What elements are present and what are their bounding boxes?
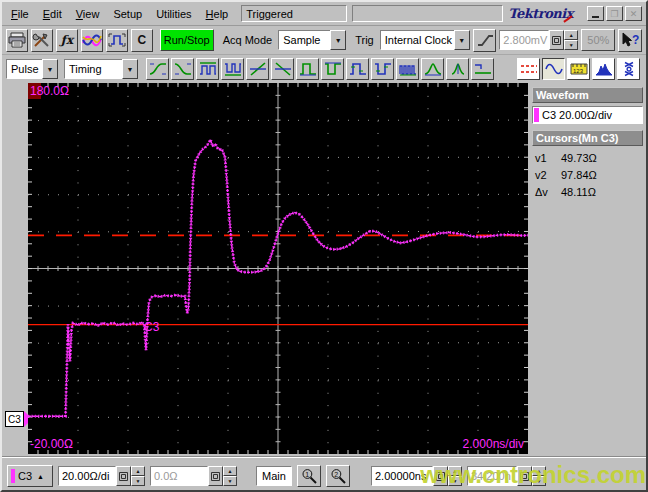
cursor-v2-label: v2: [535, 169, 561, 181]
rising-crossing-button[interactable]: [246, 58, 269, 80]
main-toolbar: ƒx C Run/Stop Acq Mode Sample ▼ Trig Int…: [2, 26, 646, 55]
trigger-status: Triggered: [241, 5, 347, 22]
positive-width-button[interactable]: [196, 58, 219, 80]
keypad-icon[interactable]: [517, 466, 532, 486]
spin-down-icon[interactable]: ▼: [564, 40, 578, 50]
waveform-display-button[interactable]: [542, 58, 565, 80]
tools-button[interactable]: [31, 29, 53, 52]
fall-time-button[interactable]: [171, 58, 194, 80]
magnifier-2-icon: 2: [329, 468, 347, 485]
close-button[interactable]: ✕: [625, 6, 642, 21]
acq-mode-select[interactable]: Sample ▼: [278, 30, 346, 50]
negative-width-button[interactable]: [221, 58, 244, 80]
chevron-down-icon[interactable]: ▼: [122, 59, 138, 79]
spin-up-icon[interactable]: ▲: [131, 466, 145, 476]
positive-pulse-icon: [298, 61, 318, 77]
negative-pulse-button[interactable]: [321, 58, 344, 80]
vertical-offset-stepper[interactable]: ▲▼: [223, 466, 237, 486]
waveform-section-header: Waveform: [532, 87, 643, 103]
mask-test-button[interactable]: [617, 58, 640, 80]
low-level-button[interactable]: [471, 58, 494, 80]
spin-up-icon[interactable]: ▲: [532, 466, 546, 476]
menu-item-view[interactable]: View: [69, 6, 107, 22]
waveform-plot[interactable]: 180.0Ω -20.00Ω 2.000ns/div C3: [28, 83, 528, 454]
measurement-readout-button[interactable]: 123: [567, 58, 590, 80]
status-box-empty: [352, 5, 503, 22]
minimize-button[interactable]: [587, 6, 604, 21]
timebase-spin[interactable]: 2.00000ns ▲▼: [371, 466, 462, 486]
timebase-stepper[interactable]: ▲▼: [448, 466, 462, 486]
vertical-offset-spin[interactable]: 0.0Ω ▲▼: [150, 466, 237, 486]
trace-label: C3: [144, 320, 159, 334]
channel-color-stripe: [11, 469, 15, 483]
channel-select-label: C3: [18, 470, 32, 482]
vertical-scale-spin[interactable]: 20.00Ω/di ▲▼: [58, 466, 145, 486]
cursors-section-header: Cursors(Mn C3): [532, 130, 643, 146]
horizontal-position-stepper[interactable]: ▲▼: [532, 466, 546, 486]
channel-scale-entry[interactable]: C3 20.00Ω/div: [532, 106, 643, 124]
spin-up-icon[interactable]: ▲: [448, 466, 462, 476]
peak-button[interactable]: [421, 58, 444, 80]
burst-button[interactable]: [396, 58, 419, 80]
signal-type-select[interactable]: Pulse ▼: [6, 59, 58, 79]
waveform-database-button[interactable]: [81, 29, 103, 52]
measure-category-select[interactable]: Timing ▼: [64, 59, 138, 79]
trig-slope-button[interactable]: [473, 29, 497, 52]
main-area: C3 180.0Ω -20.00Ω 2.000ns/div C3 Wavefor…: [2, 83, 646, 456]
positive-pulse-button[interactable]: [296, 58, 319, 80]
histogram-button[interactable]: [592, 58, 615, 80]
menu-item-utilities[interactable]: Utilities: [149, 6, 198, 22]
pulse-select-button[interactable]: [106, 29, 128, 52]
fx-icon: ƒx: [61, 33, 73, 47]
falling-crossing-button[interactable]: [271, 58, 294, 80]
negative-pulse-alt-button[interactable]: [371, 58, 394, 80]
spin-up-icon[interactable]: ▲: [564, 30, 578, 40]
context-help-button[interactable]: ?: [618, 29, 642, 52]
chevron-down-icon[interactable]: ▼: [330, 30, 346, 50]
chevron-down-icon[interactable]: ▼: [42, 59, 58, 79]
vertical-scale-stepper[interactable]: ▲▼: [131, 466, 145, 486]
spin-down-icon[interactable]: ▼: [532, 476, 546, 486]
menu-item-setup[interactable]: Setup: [106, 6, 149, 22]
trig-level-spin[interactable]: 2.800mV ▲▼: [499, 30, 578, 50]
close-icon: ✕: [630, 9, 638, 19]
cursors-button[interactable]: [517, 58, 540, 80]
zoom1-button[interactable]: 1: [297, 465, 321, 487]
cursor-row-dv: Δv 48.11Ω: [532, 183, 643, 200]
chevron-down-icon[interactable]: ▼: [454, 30, 470, 50]
zoom2-button[interactable]: 2: [326, 465, 350, 487]
timebase-mode-label: Main: [256, 466, 292, 486]
rise-time-button[interactable]: [146, 58, 169, 80]
positive-pulse-alt-button[interactable]: [346, 58, 369, 80]
cursor-row-v1: v1 49.73Ω: [532, 149, 643, 166]
spin-down-icon[interactable]: ▼: [131, 476, 145, 486]
define-math-button[interactable]: ƒx: [56, 29, 78, 52]
keypad-icon: [552, 36, 561, 45]
restore-button[interactable]: ❐: [606, 6, 623, 21]
keypad-icon[interactable]: [433, 466, 448, 486]
acq-mode-label: Acq Mode: [223, 34, 273, 46]
spin-up-icon[interactable]: ▲: [223, 466, 237, 476]
clear-button[interactable]: C: [131, 29, 153, 52]
measurement-readout-icon: 123: [569, 61, 589, 77]
trig-source-select[interactable]: Internal Clock ▼: [380, 30, 470, 50]
run-stop-button[interactable]: Run/Stop: [160, 29, 214, 51]
oscilloscope-app-window: FileEditViewSetupUtilitiesHelp Triggered…: [0, 0, 648, 492]
menu-item-help[interactable]: Help: [199, 6, 236, 22]
keypad-icon[interactable]: [116, 466, 131, 486]
trig-level-stepper[interactable]: ▲▼: [564, 30, 578, 50]
print-button[interactable]: [6, 29, 28, 52]
peak-alt-button[interactable]: [446, 58, 469, 80]
set-to-50pct-button[interactable]: 50%: [581, 29, 615, 51]
horizontal-position-spin[interactable]: 34.200n ▲▼: [467, 466, 546, 486]
burst-icon: [398, 61, 418, 77]
spin-down-icon[interactable]: ▼: [448, 476, 462, 486]
falling-crossing-icon: [273, 61, 293, 77]
spin-down-icon[interactable]: ▼: [223, 476, 237, 486]
keypad-icon[interactable]: [549, 30, 564, 50]
menu-item-edit[interactable]: Edit: [36, 6, 69, 22]
channel-select-button[interactable]: C3 ▲: [7, 465, 53, 487]
tools-icon: [32, 32, 52, 48]
menu-item-file[interactable]: File: [4, 6, 36, 22]
keypad-icon[interactable]: [208, 466, 223, 486]
